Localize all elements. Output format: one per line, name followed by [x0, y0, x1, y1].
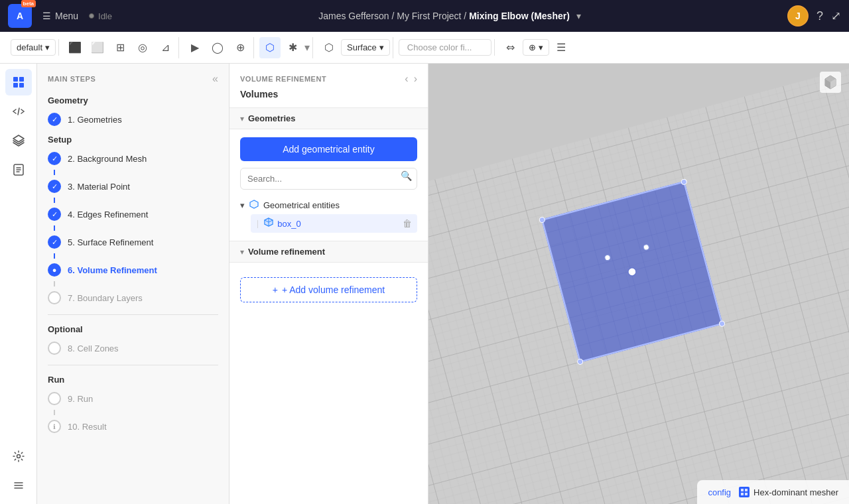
- sidebar-icon-layers[interactable]: [5, 127, 32, 154]
- shape-dropdown-arrow[interactable]: ▾: [304, 41, 310, 54]
- chevron-down-icon: ▾: [45, 42, 50, 52]
- step-item-6[interactable]: ● 6. Volume Refinement: [37, 259, 229, 281]
- menu-button[interactable]: ☰ Menu: [42, 11, 78, 21]
- sidebar-icon-list[interactable]: [5, 472, 32, 499]
- more-shapes-button[interactable]: ✱: [282, 37, 303, 58]
- connector-3-4: [54, 198, 55, 203]
- entity-cube-icon: [249, 199, 259, 212]
- geometries-chevron-icon: ▾: [240, 114, 244, 123]
- step-item-2[interactable]: ✓ 2. Background Mesh: [37, 147, 229, 170]
- step-item-8[interactable]: 8. Cell Zones: [37, 337, 229, 359]
- plane-button[interactable]: ⊿: [155, 37, 176, 58]
- toolbar-group-shape: ⬡ ✱ ▾: [257, 37, 313, 58]
- step-item-3[interactable]: ✓ 3. Material Point: [37, 175, 229, 198]
- resize-button[interactable]: ⇔: [500, 37, 521, 58]
- search-input[interactable]: [240, 168, 417, 190]
- run-section-label: Run: [37, 371, 229, 387]
- nav-next-button[interactable]: ›: [414, 73, 417, 85]
- step-item-9[interactable]: 9. Run: [37, 387, 229, 410]
- viewport: config Hex-dominant mesher: [428, 64, 849, 504]
- tree-child-item[interactable]: │ box_0 🗑: [251, 214, 417, 233]
- shape-active-button[interactable]: ⬡: [259, 37, 281, 58]
- add-geometrical-entity-button[interactable]: Add geometrical entity: [240, 137, 417, 161]
- avatar[interactable]: J: [787, 5, 809, 27]
- steps-header: MAIN STEPS «: [37, 64, 229, 92]
- step-label-8: 8. Cell Zones: [68, 344, 119, 353]
- collapse-steps-button[interactable]: «: [212, 73, 218, 85]
- sidebar-icon-notes[interactable]: [5, 157, 32, 183]
- step-circle-3: ✓: [48, 180, 61, 193]
- expand-button[interactable]: ⤢: [831, 9, 841, 23]
- delete-entity-button[interactable]: 🗑: [403, 218, 412, 229]
- step-circle-8: [48, 342, 61, 355]
- orient-cube[interactable]: [820, 72, 841, 93]
- step-label-10: 10. Result: [68, 422, 107, 432]
- connector-4-5: [54, 225, 55, 231]
- connector-9-10: [54, 410, 55, 415]
- add-volume-refinement-button[interactable]: + + Add volume refinement: [240, 277, 417, 302]
- cube-view-button[interactable]: ⬛: [64, 37, 86, 58]
- step-item-4[interactable]: ✓ 4. Edges Refinement: [37, 203, 229, 225]
- logo[interactable]: A beta: [8, 4, 32, 28]
- optional-section-label: Optional: [37, 320, 229, 337]
- main-content: MAIN STEPS « Geometry ✓ 1. Geometries Se…: [0, 64, 849, 504]
- toolbar-group-view: ⬛ ⬜ ⊞ ◎ ⊿: [62, 37, 179, 58]
- help-button[interactable]: ?: [816, 9, 823, 23]
- rotate-button[interactable]: ◯: [207, 37, 228, 58]
- step-item-5[interactable]: ✓ 5. Surface Refinement: [37, 231, 229, 253]
- filter-button[interactable]: ◎: [132, 37, 153, 58]
- icon-sidebar: [0, 64, 37, 504]
- extra-dropdown[interactable]: ⊕ ▾: [523, 39, 549, 56]
- grid-button[interactable]: ⊞: [109, 37, 131, 58]
- step-label-6: 6. Volume Refinement: [68, 265, 157, 275]
- refinement-panel: VOLUME REFINEMENT ‹ › Volumes ▾ Geometri…: [229, 64, 428, 504]
- wireframe-button[interactable]: ⬜: [87, 37, 108, 58]
- volume-refinement-section-header[interactable]: ▾ Volume refinement: [229, 241, 428, 263]
- viewport-bottom-bar: config Hex-dominant mesher: [697, 480, 849, 504]
- toolbar: default ▾ ⬛ ⬜ ⊞ ◎ ⊿ ▶ ◯ ⊕ ⬡ ✱ ▾ ⬡ Surfac…: [0, 32, 849, 64]
- sidebar-icon-mesh[interactable]: [5, 69, 32, 95]
- surface-dropdown[interactable]: Surface ▾: [341, 39, 390, 56]
- status-dot: [89, 13, 94, 19]
- breadcrumb: James Gefferson / My First Project / Mix…: [123, 11, 777, 21]
- svg-rect-21: [741, 489, 744, 491]
- tree-parent-item: ▾ Geometrical entities: [240, 196, 417, 214]
- toolbar-group-default: default ▾: [8, 39, 59, 56]
- nav-prev-button[interactable]: ‹: [405, 73, 408, 85]
- setup-section-label: Setup: [37, 131, 229, 147]
- volume-refinement-content: + + Add volume refinement: [229, 263, 428, 310]
- geometries-section-header[interactable]: ▾ Geometries: [229, 107, 428, 129]
- breadcrumb-text: James Gefferson / My First Project / Mix…: [318, 11, 570, 21]
- default-dropdown[interactable]: default ▾: [11, 39, 56, 56]
- config-link[interactable]: config: [708, 487, 731, 497]
- step-label-5: 5. Surface Refinement: [68, 237, 153, 247]
- dropdown-icon[interactable]: ▾: [576, 11, 581, 21]
- sidebar-icon-settings[interactable]: [5, 443, 32, 470]
- tree-parent-label: Geometrical entities: [263, 200, 340, 210]
- toolbar-group-extra: ⇔ ⊕ ▾ ☰: [497, 37, 574, 58]
- geometries-section-title: Geometries: [248, 113, 296, 123]
- camera-button[interactable]: ▶: [184, 37, 206, 58]
- step-circle-1: ✓: [48, 113, 61, 126]
- step-circle-6: ●: [48, 263, 61, 277]
- color-fill-label: Choose color fi...: [407, 42, 472, 52]
- list-button[interactable]: ☰: [551, 37, 572, 58]
- step-item-10[interactable]: ℹ 10. Result: [37, 415, 229, 438]
- step-label-3: 3. Material Point: [68, 182, 130, 192]
- geometries-section-content: Add geometrical entity 🔍 ▾ Geometrical e…: [229, 129, 428, 241]
- step-circle-10: ℹ: [48, 420, 61, 433]
- search-icon: 🔍: [401, 170, 412, 181]
- tree-collapse-icon[interactable]: ▾: [240, 200, 245, 210]
- step-item-1[interactable]: ✓ 1. Geometries: [37, 108, 229, 131]
- step-label-9: 9. Run: [68, 394, 93, 404]
- surface-mode-icon[interactable]: ⬡: [318, 37, 340, 58]
- color-fill-button[interactable]: Choose color fi...: [399, 39, 491, 56]
- extra-icon: ⊕: [529, 42, 536, 52]
- mesher-info: Hex-dominant mesher: [739, 487, 838, 497]
- status-area: Idle: [89, 11, 112, 21]
- mesh-button[interactable]: ⊕: [229, 37, 251, 58]
- sidebar-icon-code[interactable]: [5, 98, 32, 125]
- top-bar: A beta ☰ Menu Idle James Gefferson / My …: [0, 0, 849, 32]
- step-item-7[interactable]: 7. Boundary Layers: [37, 286, 229, 309]
- svg-point-5: [17, 455, 20, 458]
